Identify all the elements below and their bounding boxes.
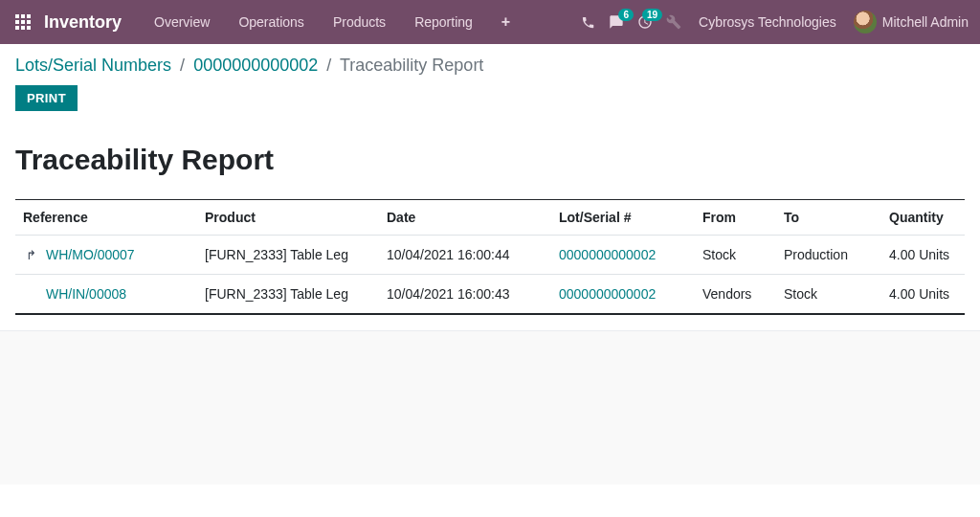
quantity-cell: 4.00 Units [881, 275, 965, 315]
col-date: Date [379, 200, 551, 236]
apps-menu-icon[interactable] [11, 11, 34, 34]
date-cell: 10/04/2021 16:00:44 [379, 236, 551, 275]
product-cell: [FURN_2333] Table Leg [197, 236, 379, 275]
debug-icon[interactable] [666, 14, 681, 30]
user-name: Mitchell Admin [882, 14, 969, 30]
traceability-table: Reference Product Date Lot/Serial # From… [15, 199, 965, 315]
col-quantity: Quantity [881, 200, 965, 236]
from-cell: Stock [695, 236, 776, 275]
date-cell: 10/04/2021 16:00:43 [379, 275, 551, 315]
nav-overview[interactable]: Overview [141, 9, 223, 35]
nav-products[interactable]: Products [320, 9, 399, 35]
activities-icon[interactable]: 19 [637, 14, 653, 30]
table-row: ↰WH/MO/00007[FURN_2333] Table Leg10/04/2… [15, 236, 965, 275]
control-panel: Lots/Serial Numbers / 0000000000002 / Tr… [0, 44, 980, 121]
app-brand[interactable]: Inventory [44, 12, 122, 33]
nav-right: 6 19 Cybrosys Technologies Mitchell Admi… [581, 11, 969, 34]
report-content: Traceability Report Reference Product Da… [0, 121, 980, 331]
table-row: WH/IN/00008[FURN_2333] Table Leg10/04/20… [15, 275, 965, 315]
phone-icon[interactable] [581, 15, 595, 30]
breadcrumb-current: Traceability Report [340, 56, 483, 75]
nav-operations[interactable]: Operations [225, 9, 317, 35]
breadcrumb-sep: / [326, 56, 331, 75]
empty-footer-area [0, 331, 980, 484]
col-from: From [695, 200, 776, 236]
breadcrumb-lots[interactable]: Lots/Serial Numbers [15, 56, 171, 75]
nav-new-icon[interactable]: + [492, 10, 520, 34]
to-cell: Production [776, 236, 881, 275]
print-button[interactable]: PRINT [15, 85, 78, 111]
nav-reporting[interactable]: Reporting [401, 9, 486, 35]
quantity-cell: 4.00 Units [881, 236, 965, 275]
reference-link[interactable]: WH/IN/00008 [46, 286, 126, 302]
product-cell: [FURN_2333] Table Leg [197, 275, 379, 315]
messages-badge: 6 [618, 9, 634, 21]
col-product: Product [197, 200, 379, 236]
from-cell: Vendors [695, 275, 776, 315]
lot-link[interactable]: 0000000000002 [559, 286, 656, 302]
col-lot: Lot/Serial # [551, 200, 695, 236]
apps-grid-icon [15, 14, 31, 30]
reference-link[interactable]: WH/MO/00007 [46, 247, 135, 262]
unfold-arrow-icon[interactable]: ↰ [23, 248, 36, 262]
breadcrumb-sep: / [180, 56, 185, 75]
to-cell: Stock [776, 275, 881, 315]
lot-link[interactable]: 0000000000002 [559, 247, 656, 262]
company-switcher[interactable]: Cybrosys Technologies [695, 14, 840, 30]
avatar [854, 11, 877, 34]
activities-badge: 19 [642, 9, 662, 21]
breadcrumb-lot-number[interactable]: 0000000000002 [193, 56, 318, 75]
user-menu[interactable]: Mitchell Admin [854, 11, 969, 34]
messages-icon[interactable]: 6 [609, 14, 624, 30]
nav-links: Overview Operations Products Reporting [141, 9, 486, 35]
col-reference: Reference [15, 200, 197, 236]
page-title: Traceability Report [15, 144, 965, 176]
col-to: To [776, 200, 881, 236]
breadcrumb: Lots/Serial Numbers / 0000000000002 / Tr… [15, 56, 965, 76]
main-navbar: Inventory Overview Operations Products R… [0, 0, 980, 44]
